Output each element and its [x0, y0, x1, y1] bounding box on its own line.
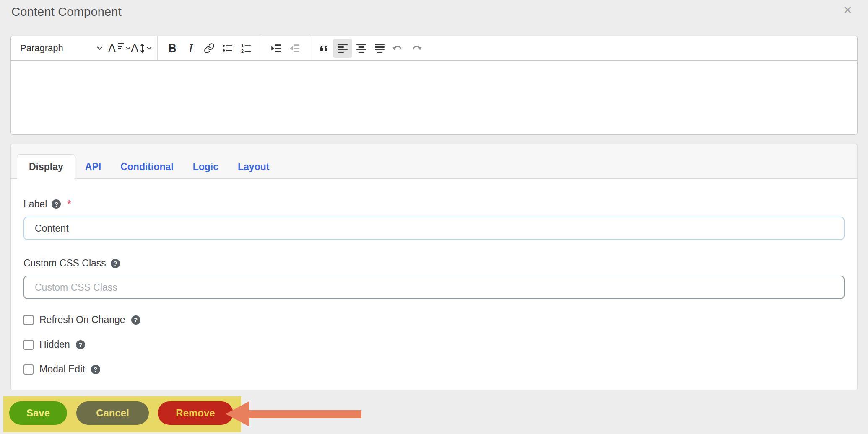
outdent-button[interactable]	[285, 39, 304, 58]
close-icon: ×	[843, 1, 852, 18]
tab-panel-display: Label ? * Custom CSS Class ? Refresh On …	[11, 179, 857, 375]
indent-button[interactable]	[267, 39, 285, 58]
font-family-button[interactable]: A	[131, 39, 152, 58]
heading-dropdown-value: Paragraph	[20, 43, 63, 54]
updown-arrow-icon	[140, 43, 145, 54]
rte-editing-area[interactable]	[10, 61, 858, 135]
redo-button[interactable]	[407, 39, 426, 58]
page-title: Content Component	[11, 5, 122, 19]
annotation-arrow-icon	[223, 398, 364, 431]
link-button[interactable]	[200, 39, 218, 58]
save-button[interactable]: Save	[9, 401, 67, 425]
modal-edit-checkbox[interactable]	[23, 364, 34, 375]
help-icon[interactable]: ?	[76, 340, 85, 349]
checkbox-label: Refresh On Change	[39, 314, 125, 326]
align-center-icon	[356, 43, 367, 54]
hidden-checkbox[interactable]	[23, 340, 34, 350]
bold-button[interactable]: B	[163, 39, 182, 58]
label-input[interactable]	[23, 217, 845, 240]
align-center-button[interactable]	[352, 39, 370, 58]
toolbar-separator	[261, 36, 261, 60]
svg-text:2: 2	[241, 49, 244, 54]
font-size-button[interactable]: A	[108, 39, 131, 58]
tab-layout[interactable]: Layout	[228, 155, 279, 179]
modal-edit-row: Modal Edit ?	[23, 364, 845, 375]
rte-toolbar: Paragraph A A B I 12	[10, 36, 858, 61]
toolbar-separator	[309, 36, 309, 60]
font-size-icon: A	[108, 43, 116, 54]
tab-display[interactable]: Display	[17, 154, 75, 179]
numbered-list-button[interactable]: 12	[237, 39, 255, 58]
toolbar-separator	[157, 36, 158, 60]
undo-icon	[392, 43, 404, 53]
help-icon[interactable]: ?	[111, 259, 120, 268]
bulleted-list-button[interactable]	[218, 39, 237, 58]
help-icon[interactable]: ?	[131, 315, 140, 325]
outdent-icon	[289, 43, 300, 54]
help-icon[interactable]: ?	[91, 365, 100, 374]
hidden-row: Hidden ?	[23, 339, 845, 350]
align-left-icon	[337, 43, 348, 54]
refresh-on-change-row: Refresh On Change ?	[23, 314, 845, 326]
cancel-button[interactable]: Cancel	[76, 401, 149, 425]
font-size-bars-icon	[118, 43, 124, 49]
bold-icon: B	[168, 42, 177, 55]
align-justify-icon	[374, 43, 385, 54]
align-justify-button[interactable]	[370, 39, 389, 58]
help-icon[interactable]: ?	[52, 199, 61, 209]
italic-icon: I	[189, 41, 192, 55]
checkbox-label: Hidden	[39, 339, 70, 350]
link-icon	[204, 43, 215, 54]
tab-conditional[interactable]: Conditional	[111, 155, 183, 179]
align-left-button[interactable]	[333, 39, 352, 58]
content-component-modal: Content Component × Paragraph A A B I	[0, 0, 868, 434]
chevron-down-icon	[125, 46, 131, 50]
svg-text:1: 1	[241, 43, 244, 48]
custom-css-class-input[interactable]	[23, 276, 845, 299]
undo-button[interactable]	[389, 39, 407, 58]
heading-dropdown[interactable]: Paragraph	[20, 39, 103, 58]
chevron-down-icon	[146, 46, 152, 50]
numbered-list-icon: 12	[241, 43, 252, 54]
font-family-icon: A	[131, 43, 138, 54]
required-asterisk: *	[67, 198, 71, 210]
tab-logic[interactable]: Logic	[183, 155, 228, 179]
css-class-field-label: Custom CSS Class ?	[23, 258, 845, 269]
block-quote-icon	[319, 43, 330, 54]
block-quote-button[interactable]	[315, 39, 333, 58]
checkbox-label: Modal Edit	[39, 364, 85, 375]
redo-icon	[411, 43, 422, 53]
tab-api[interactable]: API	[75, 155, 111, 179]
component-settings-card: Display API Conditional Logic Layout Lab…	[10, 144, 858, 390]
tab-bar: Display API Conditional Logic Layout	[11, 144, 857, 179]
label-field-label: Label ? *	[23, 198, 845, 210]
indent-icon	[270, 43, 282, 54]
remove-button[interactable]: Remove	[158, 401, 233, 425]
refresh-on-change-checkbox[interactable]	[23, 315, 34, 325]
chevron-down-icon	[96, 46, 103, 50]
italic-button[interactable]: I	[182, 39, 200, 58]
bulleted-list-icon	[222, 43, 233, 54]
close-button[interactable]: ×	[843, 3, 852, 18]
annotation-highlight: Save Cancel Remove	[3, 396, 241, 432]
